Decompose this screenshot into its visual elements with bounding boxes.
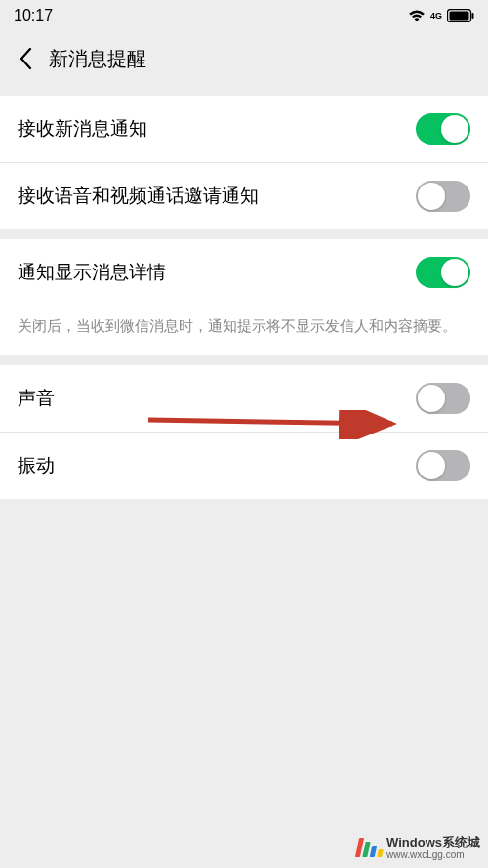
setting-receive-new-msg[interactable]: 接收新消息通知 bbox=[0, 96, 488, 163]
setting-label: 声音 bbox=[18, 386, 55, 411]
setting-receive-voice-video[interactable]: 接收语音和视频通话邀请通知 bbox=[0, 163, 488, 229]
svg-rect-2 bbox=[472, 13, 474, 19]
toggle-knob bbox=[441, 259, 468, 286]
toggle-sound[interactable] bbox=[416, 383, 470, 414]
network-indicator: 4G bbox=[430, 12, 442, 21]
setting-label: 振动 bbox=[18, 453, 55, 478]
back-button[interactable] bbox=[12, 45, 39, 72]
watermark-title: Windows系统城 bbox=[386, 836, 480, 849]
toggle-knob bbox=[418, 452, 445, 479]
wifi-icon bbox=[408, 9, 426, 22]
watermark-logo-icon bbox=[357, 838, 383, 857]
toggle-show-detail[interactable] bbox=[416, 257, 470, 288]
setting-sound[interactable]: 声音 bbox=[0, 365, 488, 433]
toggle-vibrate[interactable] bbox=[416, 450, 470, 481]
svg-rect-1 bbox=[450, 12, 469, 21]
setting-label: 接收语音和视频通话邀请通知 bbox=[18, 184, 259, 209]
back-chevron-icon bbox=[20, 48, 32, 69]
setting-label: 接收新消息通知 bbox=[18, 116, 147, 142]
toggle-knob bbox=[418, 385, 445, 412]
status-bar: 10:17 4G bbox=[0, 0, 488, 31]
nav-header: 新消息提醒 bbox=[0, 31, 488, 86]
status-icons: 4G bbox=[408, 9, 474, 22]
toggle-knob bbox=[441, 115, 468, 143]
toggle-receive-new-msg[interactable] bbox=[416, 113, 470, 145]
setting-vibrate[interactable]: 振动 bbox=[0, 433, 488, 499]
toggle-receive-voice-video[interactable] bbox=[416, 181, 470, 212]
watermark: Windows系统城 www.wxcLgg.com bbox=[357, 836, 480, 860]
page-title: 新消息提醒 bbox=[49, 46, 146, 72]
toggle-knob bbox=[418, 183, 445, 210]
battery-icon bbox=[447, 9, 474, 22]
setting-label: 通知显示消息详情 bbox=[18, 260, 166, 285]
watermark-url: www.wxcLgg.com bbox=[386, 849, 480, 860]
setting-show-detail[interactable]: 通知显示消息详情 bbox=[0, 239, 488, 306]
setting-show-detail-desc: 关闭后，当收到微信消息时，通知提示将不显示发信人和内容摘要。 bbox=[0, 306, 488, 355]
status-time: 10:17 bbox=[14, 7, 53, 24]
